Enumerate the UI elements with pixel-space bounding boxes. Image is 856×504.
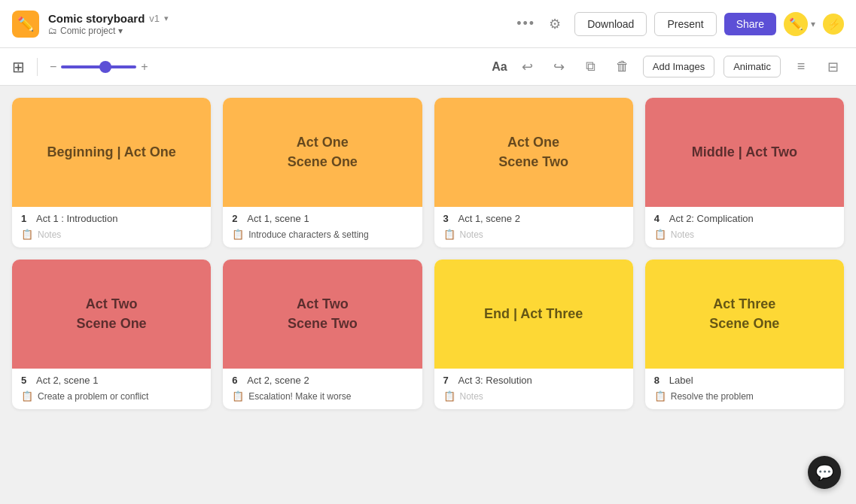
card-title: Act TwoScene Two <box>288 295 358 332</box>
panel-icon: ⊟ <box>827 59 839 75</box>
version-chevron[interactable]: ▾ <box>164 14 169 23</box>
card-image: Middle | Act Two <box>645 98 844 207</box>
notes-icon: 📋 <box>654 390 666 402</box>
card-notes-row: 📋 Resolve the problem <box>654 390 835 402</box>
card-number: 6 <box>232 375 242 386</box>
notes-icon: 📋 <box>232 229 244 240</box>
title-row: Comic storyboard v1 ▾ <box>48 12 516 25</box>
notes-icon: 📋 <box>21 390 33 402</box>
list-view-button[interactable]: ≡ <box>790 56 812 78</box>
card-notes-row: 📋 Notes <box>654 229 835 240</box>
card-notes: Escalation! Make it worse <box>248 391 351 402</box>
card-notes: Resolve the problem <box>671 391 754 402</box>
logo-icon[interactable]: ✏️ <box>12 11 39 38</box>
card-label: Label <box>669 375 693 386</box>
avatar[interactable]: ✏️ <box>784 12 808 36</box>
card-number: 3 <box>443 213 454 224</box>
folder-icon: 🗂 <box>48 26 57 36</box>
card-label: Act 1 : Introduction <box>36 213 117 224</box>
card-number-row: 7 Act 3: Resolution <box>443 375 624 386</box>
card-notes: Create a problem or conflict <box>38 391 148 402</box>
settings-button[interactable]: ⚙ <box>543 12 567 36</box>
card-number-row: 8 Label <box>654 375 835 386</box>
card-image: Act ThreeScene One <box>645 260 844 369</box>
card-number: 5 <box>21 375 32 386</box>
chat-button[interactable]: 💬 <box>808 456 841 489</box>
storyboard-card[interactable]: End | Act Three 7 Act 3: Resolution 📋 No… <box>434 260 633 409</box>
storyboard-card[interactable]: Middle | Act Two 4 Act 2: Complication 📋… <box>645 98 844 247</box>
card-notes-row: 📋 Escalation! Make it worse <box>232 390 413 402</box>
card-notes-row: 📋 Notes <box>443 390 624 402</box>
avatar-chevron[interactable]: ▾ <box>811 19 815 29</box>
grid-view-button[interactable]: ⊞ <box>12 58 25 76</box>
card-body: 2 Act 1, scene 1 📋 Introduce characters … <box>223 207 422 247</box>
storyboard-card[interactable]: Act ThreeScene One 8 Label 📋 Resolve the… <box>645 260 844 409</box>
card-title: Act TwoScene One <box>77 295 147 332</box>
card-image: Act OneScene Two <box>434 98 633 207</box>
card-number: 7 <box>443 375 454 386</box>
card-label: Act 2: Complication <box>669 213 754 224</box>
project-chevron[interactable]: ▾ <box>118 26 123 36</box>
breadcrumb: 🗂 Comic project ▾ <box>48 26 516 36</box>
more-options-button[interactable]: ••• <box>516 16 535 32</box>
notes-icon: 📋 <box>21 229 33 240</box>
card-number: 2 <box>232 213 242 224</box>
card-body: 5 Act 2, scene 1 📋 Create a problem or c… <box>12 369 211 409</box>
trash-button[interactable]: 🗑 <box>611 56 634 78</box>
avatar-group: ✏️ ▾ <box>784 12 815 36</box>
card-notes: Introduce characters & setting <box>248 229 368 240</box>
gear-icon: ⚙ <box>549 16 561 32</box>
card-notes: Notes <box>460 391 483 402</box>
trash-icon: 🗑 <box>616 59 629 74</box>
project-name: Comic project <box>60 26 115 36</box>
toolbar: ⊞ − + Aa ↩ ↪ ⧉ 🗑 Add Images Animatic ≡ ⊟ <box>0 48 856 86</box>
card-notes: Notes <box>460 229 483 240</box>
card-number-row: 3 Act 1, scene 2 <box>443 213 624 224</box>
copy-icon: ⧉ <box>586 59 596 74</box>
animatic-button[interactable]: Animatic <box>723 56 781 77</box>
storyboard-card[interactable]: Act OneScene Two 3 Act 1, scene 2 📋 Note… <box>434 98 633 247</box>
storyboard-card[interactable]: Act OneScene One 2 Act 1, scene 1 📋 Intr… <box>223 98 422 247</box>
card-number: 4 <box>654 213 665 224</box>
card-notes: Notes <box>671 229 694 240</box>
font-button[interactable]: Aa <box>492 60 507 74</box>
card-body: 7 Act 3: Resolution 📋 Notes <box>434 369 633 409</box>
card-title: Beginning | Act One <box>47 143 175 162</box>
notes-icon: 📋 <box>443 390 455 402</box>
card-title: End | Act Three <box>484 305 583 323</box>
panel-view-button[interactable]: ⊟ <box>821 56 844 78</box>
card-number-row: 2 Act 1, scene 1 <box>232 213 413 224</box>
project-title: Comic storyboard <box>48 12 145 25</box>
undo-button[interactable]: ↩ <box>516 56 539 78</box>
storyboard-card[interactable]: Act TwoScene Two 6 Act 2, scene 2 📋 Esca… <box>223 260 422 409</box>
undo-icon: ↩ <box>522 59 533 75</box>
zoom-in-button[interactable]: + <box>141 60 148 74</box>
zoom-out-button[interactable]: − <box>50 60 56 74</box>
card-label: Act 2, scene 2 <box>247 375 309 386</box>
card-number: 8 <box>654 375 665 386</box>
zoom-slider[interactable] <box>61 65 136 68</box>
storyboard-card[interactable]: Act TwoScene One 5 Act 2, scene 1 📋 Crea… <box>12 260 211 409</box>
add-images-button[interactable]: Add Images <box>643 56 714 77</box>
redo-button[interactable]: ↪ <box>548 56 571 78</box>
card-label: Act 1, scene 1 <box>247 213 309 224</box>
share-button[interactable]: Share <box>724 13 776 35</box>
list-icon: ≡ <box>797 59 806 74</box>
card-title: Act ThreeScene One <box>709 295 779 332</box>
present-button[interactable]: Present <box>654 12 716 36</box>
separator <box>37 58 38 76</box>
pencil-icon: ✏️ <box>17 16 34 32</box>
copy-button[interactable]: ⧉ <box>580 56 602 78</box>
notes-icon: 📋 <box>654 229 666 240</box>
card-title: Act OneScene Two <box>498 133 568 171</box>
lightning-badge[interactable]: ⚡ <box>823 14 844 35</box>
card-number-row: 6 Act 2, scene 2 <box>232 375 413 386</box>
card-label: Act 2, scene 1 <box>36 375 98 386</box>
card-number-row: 1 Act 1 : Introduction <box>21 213 202 224</box>
storyboard-card[interactable]: Beginning | Act One 1 Act 1 : Introducti… <box>12 98 211 247</box>
download-button[interactable]: Download <box>574 12 647 36</box>
card-body: 8 Label 📋 Resolve the problem <box>645 369 844 409</box>
header: ✏️ Comic storyboard v1 ▾ 🗂 Comic project… <box>0 0 856 48</box>
card-body: 3 Act 1, scene 2 📋 Notes <box>434 207 633 247</box>
card-body: 6 Act 2, scene 2 📋 Escalation! Make it w… <box>223 369 422 409</box>
